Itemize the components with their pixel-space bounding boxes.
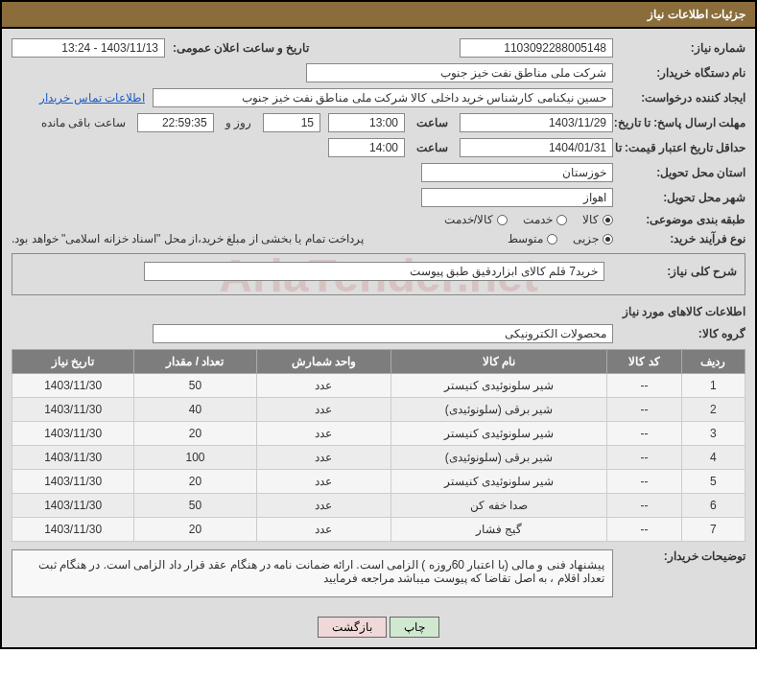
page-title: جزئیات اطلاعات نیاز	[2, 2, 755, 29]
th-code: کد کالا	[607, 350, 682, 374]
province-label: استان محل تحویل:	[621, 166, 745, 179]
remaining-label: ساعت باقی مانده	[41, 116, 126, 129]
city-value: اهواز	[421, 188, 613, 207]
table-cell: 20	[134, 422, 256, 446]
table-cell: --	[607, 422, 682, 446]
table-cell: --	[607, 374, 682, 398]
announce-date-value: 1403/11/13 - 13:24	[12, 38, 165, 58]
table-cell: 1403/11/30	[12, 446, 134, 470]
announce-date-label: تاریخ و ساعت اعلان عمومی:	[173, 41, 309, 55]
table-cell: 20	[134, 470, 256, 494]
table-cell: 100	[134, 446, 256, 470]
validity-date-value: 1404/01/31	[460, 138, 613, 157]
table-cell: شیر سلونوئیدی کنیستر	[390, 422, 606, 446]
group-value: محصولات الکترونیکی	[153, 324, 613, 343]
radio-small[interactable]: جزیی	[573, 232, 613, 245]
table-cell: 20	[134, 518, 256, 542]
table-cell: 2	[681, 398, 745, 422]
table-cell: شیر سلونوئیدی کنیستر	[390, 374, 606, 398]
radio-both-label: کالا/خدمت	[444, 213, 493, 226]
table-row: 5--شیر سلونوئیدی کنیسترعدد201403/11/30	[12, 470, 745, 494]
table-cell: 3	[681, 422, 745, 446]
need-number-label: شماره نیاز:	[621, 41, 745, 55]
goods-info-title: اطلاعات کالاهای مورد نیاز	[12, 305, 745, 318]
desc-value: خرید7 قلم کالای ابزاردقیق طبق پیوست	[144, 262, 604, 281]
province-value: خوزستان	[421, 163, 613, 182]
deadline-label: مهلت ارسال پاسخ: تا تاریخ:	[621, 116, 745, 129]
radio-both[interactable]: کالا/خدمت	[444, 213, 508, 226]
th-unit: واحد شمارش	[256, 350, 390, 374]
table-cell: 7	[681, 518, 745, 542]
table-cell: 1403/11/30	[12, 518, 134, 542]
radio-service[interactable]: خدمت	[523, 213, 567, 226]
table-cell: شیر برقی (سلونوئیدی)	[390, 398, 606, 422]
table-cell: 6	[681, 494, 745, 518]
need-number-value: 1103092288005148	[460, 38, 613, 58]
table-cell: عدد	[256, 398, 390, 422]
table-cell: 40	[134, 398, 256, 422]
table-cell: 50	[134, 494, 256, 518]
th-qty: تعداد / مقدار	[134, 350, 256, 374]
buyer-contact-link[interactable]: اطلاعات تماس خریدار	[39, 91, 145, 105]
table-cell: --	[607, 446, 682, 470]
radio-service-label: خدمت	[523, 213, 553, 226]
desc-label: شرح کلی نیاز:	[612, 265, 737, 278]
days-and-label: روز و	[225, 116, 251, 129]
table-cell: 1403/11/30	[12, 494, 134, 518]
back-button[interactable]: بازگشت	[318, 617, 387, 638]
th-date: تاریخ نیاز	[12, 350, 134, 374]
table-cell: عدد	[256, 422, 390, 446]
table-cell: --	[607, 470, 682, 494]
table-row: 3--شیر سلونوئیدی کنیسترعدد201403/11/30	[12, 422, 745, 446]
table-cell: شیر برقی (سلونوئیدی)	[390, 446, 606, 470]
table-cell: عدد	[256, 470, 390, 494]
table-cell: 1403/11/30	[12, 374, 134, 398]
radio-medium-label: متوسط	[508, 232, 543, 245]
validity-time-value: 14:00	[328, 138, 405, 157]
countdown-value: 22:59:35	[137, 113, 214, 132]
process-note: پرداخت تمام یا بخشی از مبلغ خرید،از محل …	[12, 232, 364, 245]
table-cell: عدد	[256, 374, 390, 398]
table-cell: عدد	[256, 494, 390, 518]
table-cell: عدد	[256, 446, 390, 470]
table-row: 1--شیر سلونوئیدی کنیسترعدد501403/11/30	[12, 374, 745, 398]
time-label-2: ساعت	[416, 141, 448, 154]
table-cell: 1403/11/30	[12, 470, 134, 494]
group-label: گروه کالا:	[621, 327, 745, 340]
goods-table: ردیف کد کالا نام کالا واحد شمارش تعداد /…	[12, 349, 745, 542]
table-cell: --	[607, 518, 682, 542]
table-cell: صدا خفه کن	[390, 494, 606, 518]
request-creator-label: ایجاد کننده درخواست:	[621, 91, 745, 105]
notes-label: توضیحات خریدار:	[621, 542, 745, 563]
time-label-1: ساعت	[416, 116, 448, 129]
table-cell: --	[607, 398, 682, 422]
table-cell: 1403/11/30	[12, 398, 134, 422]
table-row: 2--شیر برقی (سلونوئیدی)عدد401403/11/30	[12, 398, 745, 422]
table-cell: شیر سلونوئیدی کنیستر	[390, 470, 606, 494]
table-cell: گیج فشار	[390, 518, 606, 542]
th-row: ردیف	[681, 350, 745, 374]
radio-small-label: جزیی	[573, 232, 599, 245]
notes-value: پیشنهاد فنی و مالی (با اعتبار 60روزه ) ا…	[12, 549, 613, 597]
radio-goods[interactable]: کالا	[582, 213, 613, 226]
table-cell: 1	[681, 374, 745, 398]
table-row: 4--شیر برقی (سلونوئیدی)عدد1001403/11/30	[12, 446, 745, 470]
buyer-org-value: شرکت ملی مناطق نفت خیز جنوب	[306, 63, 613, 82]
radio-goods-label: کالا	[582, 213, 599, 226]
print-button[interactable]: چاپ	[390, 617, 439, 638]
deadline-time-value: 13:00	[328, 113, 405, 132]
buyer-org-label: نام دستگاه خریدار:	[621, 66, 745, 80]
table-cell: --	[607, 494, 682, 518]
table-cell: عدد	[256, 518, 390, 542]
table-cell: 1403/11/30	[12, 422, 134, 446]
table-cell: 5	[681, 470, 745, 494]
radio-medium[interactable]: متوسط	[508, 232, 557, 245]
table-cell: 50	[134, 374, 256, 398]
validity-label: حداقل تاریخ اعتبار قیمت: تا تاریخ:	[621, 141, 745, 154]
process-label: نوع فرآیند خرید:	[621, 232, 745, 245]
table-cell: 4	[681, 446, 745, 470]
city-label: شهر محل تحویل:	[621, 191, 745, 204]
deadline-date-value: 1403/11/29	[460, 113, 613, 132]
table-row: 7--گیج فشارعدد201403/11/30	[12, 518, 745, 542]
table-row: 6--صدا خفه کنعدد501403/11/30	[12, 494, 745, 518]
